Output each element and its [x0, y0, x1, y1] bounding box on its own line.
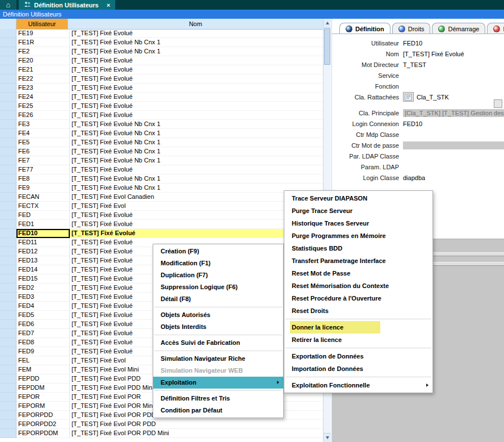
table-row[interactable]: FE8[T_TEST] Fixé Evolué Nb Cnx 1 [0, 174, 324, 184]
utilisateur-cell[interactable]: FE23 [16, 84, 70, 93]
header-nom[interactable]: Nom [68, 19, 324, 29]
utilisateur-cell[interactable]: FE7 [16, 156, 70, 165]
utilisateur-cell[interactable]: FED1 [16, 220, 70, 229]
submenu-item[interactable]: Purge Programmes en Mémoire [284, 230, 432, 242]
row-selector-cell[interactable] [0, 338, 16, 347]
row-selector-cell[interactable] [0, 274, 16, 283]
utilisateur-cell[interactable]: FECAN [16, 193, 70, 202]
utilisateur-cell[interactable]: FE25 [16, 102, 70, 111]
utilisateur-cell[interactable]: FEPOR [16, 393, 70, 402]
row-selector-cell[interactable] [0, 74, 16, 84]
row-selector-cell[interactable] [0, 393, 16, 402]
table-row[interactable]: FED[T_TEST] Fixé Evolué [0, 211, 324, 220]
utilisateur-cell[interactable]: FE5 [16, 138, 70, 147]
utilisateur-cell[interactable]: FED5 [16, 311, 70, 320]
row-selector-cell[interactable] [0, 374, 16, 383]
field-value[interactable]: FED10 [403, 40, 422, 47]
panel-tab-droits[interactable]: Droits [392, 23, 431, 34]
row-selector-cell[interactable] [0, 265, 16, 274]
row-selector-cell[interactable] [0, 329, 16, 338]
nom-cell[interactable]: [T_TEST] Fixé Evolué [70, 93, 324, 102]
row-selector-cell[interactable] [0, 220, 16, 229]
table-row[interactable]: FECAN[T_TEST] Fixé Evol Canadien [0, 193, 324, 202]
row-selector-cell[interactable] [0, 293, 16, 302]
tab-definition-utilisateurs[interactable]: Définition Utilisateurs × [19, 0, 115, 10]
nom-cell[interactable]: [T_TEST] Fixé Evolué Nb Cnx 1 [70, 174, 324, 184]
utilisateur-cell[interactable]: FE9 [16, 184, 70, 193]
row-selector-cell[interactable] [0, 356, 16, 365]
utilisateur-cell[interactable]: FED7 [16, 329, 70, 338]
utilisateur-cell[interactable]: FE3 [16, 120, 70, 129]
context-menu-item[interactable]: Suppression Logique (F6) [153, 281, 283, 293]
utilisateur-cell[interactable]: FE77 [16, 165, 70, 174]
row-selector-cell[interactable] [0, 156, 16, 165]
field-value[interactable]: T_TEST [403, 61, 426, 68]
utilisateur-cell[interactable]: FED6 [16, 320, 70, 329]
utilisateur-cell[interactable]: FEPORM [16, 402, 70, 411]
nom-cell[interactable]: [T_TEST] Fixé Evolué [70, 102, 324, 111]
row-selector-cell[interactable] [0, 347, 16, 356]
cla-rattachees-expand-button[interactable] [494, 99, 502, 108]
submenu-item[interactable]: Exportation de Données [284, 350, 432, 362]
utilisateur-cell[interactable]: FE26 [16, 111, 70, 120]
utilisateur-cell[interactable]: FE6 [16, 147, 70, 156]
row-selector-cell[interactable] [0, 247, 16, 256]
utilisateur-cell[interactable]: FE2 [16, 47, 70, 56]
context-menu-item[interactable]: Duplication (F7) [153, 269, 283, 281]
nom-cell[interactable]: [T_TEST] Fixé Evolué [70, 29, 324, 38]
table-row[interactable]: FE26[T_TEST] Fixé Evolué [0, 111, 324, 120]
submenu-item[interactable]: Transfert Parametrage Interface [284, 255, 432, 267]
row-selector-cell[interactable] [0, 65, 16, 74]
nom-cell[interactable]: [T_TEST] Fixé Evolué [70, 56, 324, 65]
table-row[interactable]: FE19[T_TEST] Fixé Evolué [0, 29, 324, 38]
row-selector-cell[interactable] [0, 365, 16, 374]
table-row[interactable]: FE1R[T_TEST] Fixé Evolué Nb Cnx 1 [0, 38, 324, 47]
row-selector-cell[interactable] [0, 29, 16, 38]
table-row[interactable]: FE5[T_TEST] Fixé Evolué Nb Cnx 1 [0, 138, 324, 147]
utilisateur-cell[interactable]: FEPORPDD2 [16, 420, 70, 429]
header-utilisateur[interactable]: Utilisateur [16, 19, 68, 29]
utilisateur-cell[interactable]: FEM [16, 365, 70, 374]
submenu-item[interactable]: Historique Traces Serveur [284, 217, 432, 230]
list-edit-icon[interactable] [403, 92, 414, 102]
row-selector-cell[interactable] [0, 229, 16, 238]
row-selector-cell[interactable] [0, 56, 16, 65]
utilisateur-cell[interactable]: FEPDD [16, 374, 70, 383]
context-menu-item[interactable]: Définition Filtres et Tris [153, 393, 283, 405]
row-selector-cell[interactable] [0, 147, 16, 156]
scrollbar-thumb[interactable] [324, 28, 330, 65]
context-menu-item[interactable]: Détail (F8) [153, 293, 283, 305]
table-row[interactable]: FE23[T_TEST] Fixé Evolué [0, 84, 324, 93]
panel-tab-d-marrage[interactable]: Démarrage [432, 23, 485, 34]
table-row[interactable]: FE7[T_TEST] Fixé Evolué Nb Cnx 1 [0, 156, 324, 165]
utilisateur-cell[interactable]: FED14 [16, 265, 70, 274]
utilisateur-cell[interactable]: FED13 [16, 256, 70, 265]
utilisateur-cell[interactable]: FE20 [16, 56, 70, 65]
submenu-item[interactable]: Retirer la licence [284, 333, 432, 346]
row-selector-cell[interactable] [0, 311, 16, 320]
submenu-item[interactable]: Purge Trace Serveur [284, 205, 432, 217]
row-selector-cell[interactable] [0, 93, 16, 102]
nom-cell[interactable]: [T_TEST] Fixé Evolué [70, 165, 324, 174]
utilisateur-cell[interactable]: FEPORPDD [16, 411, 70, 420]
context-menu-item[interactable]: Simulation Navigateur Riche [153, 353, 283, 365]
nom-cell[interactable]: [T_TEST] Fixé Evolué [70, 65, 324, 74]
row-selector-cell[interactable] [0, 138, 16, 147]
row-selector-cell[interactable] [0, 383, 16, 393]
context-menu-item[interactable]: Accès Suivi de Fabrication [153, 337, 283, 349]
scroll-up-button[interactable] [324, 19, 331, 28]
table-row[interactable]: FED1[T_TEST] Fixé Evolué [0, 220, 324, 229]
submenu-item[interactable]: Statistiques BDD [284, 242, 432, 255]
nom-cell[interactable]: [T_TEST] Fixé Evolué Nb Cnx 1 [70, 120, 324, 129]
utilisateur-cell[interactable]: FE8 [16, 174, 70, 184]
utilisateur-cell[interactable]: FED8 [16, 338, 70, 347]
submenu-item[interactable]: Reset Procédure à l'Ouverture [284, 292, 432, 305]
nom-cell[interactable]: [T_TEST] Fixé Evolué [70, 84, 324, 93]
row-selector-cell[interactable] [0, 302, 16, 311]
field-value[interactable]: Cla_T_STK [417, 94, 449, 101]
submenu-item[interactable]: Importation de Données [284, 362, 432, 375]
row-selector-cell[interactable] [0, 320, 16, 329]
nom-cell[interactable]: [T_TEST] Fixé Evolué Nb Cnx 1 [70, 138, 324, 147]
utilisateur-cell[interactable]: FE1R [16, 38, 70, 47]
nom-cell[interactable]: [T_TEST] Fixé Evolué [70, 111, 324, 120]
